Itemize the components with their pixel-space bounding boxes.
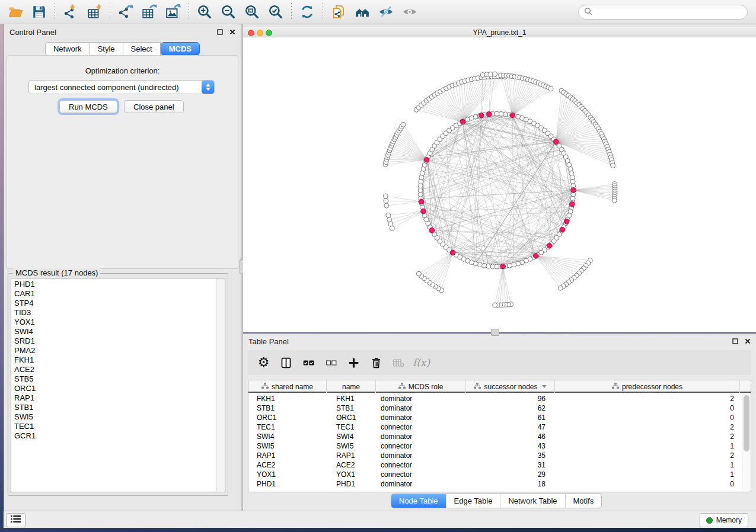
network-view[interactable] bbox=[243, 37, 756, 332]
add-icon[interactable] bbox=[345, 354, 362, 371]
table-cell: 2 bbox=[555, 394, 740, 403]
mcds-result-item[interactable]: PMA2 bbox=[11, 346, 216, 355]
mcds-result-item[interactable]: PHD1 bbox=[11, 280, 216, 289]
table-row[interactable]: YOX1YOX1connector291 bbox=[248, 470, 742, 479]
import-table-icon[interactable] bbox=[82, 2, 106, 22]
tab-node-table[interactable]: Node Table bbox=[391, 494, 446, 508]
table-row[interactable]: FKH1FKH1dominator962 bbox=[248, 394, 742, 403]
search-input[interactable] bbox=[595, 8, 747, 17]
table-cell: YOX1 bbox=[248, 470, 327, 479]
table-cell: SWI4 bbox=[248, 432, 327, 441]
mcds-result-item[interactable]: TID3 bbox=[11, 308, 216, 318]
table-row[interactable]: PHD1PHD1dominator180 bbox=[248, 479, 742, 489]
import-network-icon[interactable] bbox=[59, 2, 82, 22]
scrollbar-thumb[interactable] bbox=[744, 395, 749, 451]
run-mcds-button[interactable]: Run MCDS bbox=[59, 100, 117, 113]
mcds-result-item[interactable]: STB5 bbox=[11, 374, 216, 384]
mcds-result-item[interactable]: RAP1 bbox=[11, 393, 216, 403]
export-network-icon[interactable] bbox=[114, 2, 138, 22]
table-row[interactable]: ORC1ORC1dominator610 bbox=[248, 413, 742, 422]
column-header-predecessor-nodes[interactable]: predecessor nodes bbox=[555, 380, 740, 393]
zoom-selected-icon[interactable] bbox=[264, 2, 288, 22]
zoom-out-icon[interactable] bbox=[216, 2, 240, 22]
mcds-result-box: MCDS result (17 nodes) PHD1CAR1STP4TID3Y… bbox=[8, 273, 228, 496]
sort-dropdown-icon[interactable] bbox=[542, 385, 547, 388]
column-header-shared-name[interactable]: shared name bbox=[248, 380, 327, 393]
tab-motifs[interactable]: Motifs bbox=[565, 494, 602, 508]
hide-selected-icon[interactable] bbox=[374, 2, 398, 22]
export-table-icon[interactable] bbox=[138, 2, 161, 22]
table-cell: ACE2 bbox=[327, 460, 376, 470]
mcds-result-item[interactable]: TEC1 bbox=[11, 422, 216, 431]
mcds-list-scrollbar[interactable] bbox=[216, 278, 225, 492]
float-table-panel-icon[interactable] bbox=[732, 338, 739, 345]
mcds-result-item[interactable]: ACE2 bbox=[11, 365, 216, 374]
console-list-button[interactable] bbox=[6, 513, 25, 527]
zoom-fit-icon[interactable] bbox=[240, 2, 264, 22]
mcds-result-item[interactable]: STB1 bbox=[11, 403, 216, 412]
tab-mcds[interactable]: MCDS bbox=[161, 42, 200, 56]
delete-icon[interactable] bbox=[368, 354, 385, 371]
gear-icon[interactable]: ⚙ bbox=[255, 354, 272, 371]
tab-style[interactable]: Style bbox=[90, 42, 123, 56]
table-cell: RAP1 bbox=[327, 451, 376, 460]
table-cell: RAP1 bbox=[248, 451, 327, 460]
network-window-titlebar[interactable]: YPA_prune.txt_1 bbox=[243, 27, 756, 37]
tab-network[interactable]: Network bbox=[45, 42, 90, 56]
table-cell: dominator bbox=[376, 479, 466, 489]
close-panel-button[interactable]: Close panel bbox=[124, 100, 184, 113]
mcds-result-item[interactable]: STP4 bbox=[11, 299, 216, 308]
table-panel: Table Panel ⚙f(x) shared namenameMCDS ro… bbox=[243, 334, 756, 511]
deselect-all-icon[interactable] bbox=[323, 354, 340, 371]
table-row[interactable]: RAP1RAP1dominator352 bbox=[248, 451, 742, 460]
tab-select[interactable]: Select bbox=[123, 42, 161, 56]
search-box[interactable] bbox=[578, 5, 748, 20]
mcds-result-item[interactable]: CAR1 bbox=[11, 289, 216, 299]
open-icon[interactable] bbox=[4, 2, 27, 22]
table-row[interactable]: SWI5SWI5connector431 bbox=[248, 441, 742, 451]
horizontal-splitter-handle[interactable] bbox=[491, 329, 499, 336]
select-all-icon[interactable] bbox=[300, 354, 317, 371]
mcds-result-item[interactable]: SWI5 bbox=[11, 412, 216, 422]
toolbar-separator bbox=[291, 3, 292, 21]
float-panel-icon[interactable] bbox=[216, 28, 224, 36]
mcds-result-item[interactable]: SWI4 bbox=[11, 327, 216, 336]
save-icon[interactable] bbox=[27, 2, 51, 22]
mcds-tab-content: Optimization criterion: largest connecte… bbox=[7, 55, 238, 269]
table-cell: PHD1 bbox=[327, 479, 376, 489]
close-table-panel-icon[interactable] bbox=[744, 338, 751, 345]
table-row[interactable]: STB1STB1dominator620 bbox=[248, 403, 742, 413]
first-neighbors-icon[interactable] bbox=[350, 2, 374, 22]
column-header-mcds-role[interactable]: MCDS role bbox=[376, 380, 466, 393]
tab-network-table[interactable]: Network Table bbox=[500, 494, 564, 508]
memory-button[interactable]: Memory bbox=[700, 513, 748, 527]
column-header-successor-nodes[interactable]: successor nodes bbox=[466, 380, 555, 393]
table-cell: connector bbox=[376, 460, 466, 470]
export-image-icon[interactable] bbox=[161, 2, 185, 22]
refresh-icon[interactable] bbox=[295, 2, 319, 22]
tab-edge-table[interactable]: Edge Table bbox=[446, 494, 500, 508]
table-scrollbar[interactable] bbox=[742, 394, 751, 492]
close-panel-icon[interactable] bbox=[229, 28, 236, 36]
table-cell: 1 bbox=[555, 441, 740, 451]
clone-network-icon[interactable] bbox=[327, 2, 350, 22]
toolbar-separator bbox=[55, 3, 55, 21]
control-panel-tabs: NetworkStyleSelectMCDS bbox=[4, 42, 241, 56]
zoom-in-icon[interactable] bbox=[193, 2, 216, 22]
column-header-name[interactable]: name bbox=[327, 380, 376, 393]
table-row[interactable]: ACE2ACE2connector311 bbox=[248, 460, 742, 470]
optimization-criterion-dropdown[interactable]: largest connected component (undirected) bbox=[28, 80, 215, 94]
table-cell: 61 bbox=[466, 413, 555, 422]
mcds-result-item[interactable]: YOX1 bbox=[11, 318, 216, 327]
mcds-result-item[interactable]: GCR1 bbox=[11, 431, 216, 441]
mcds-result-item[interactable]: ORC1 bbox=[11, 384, 216, 393]
show-all-icon[interactable] bbox=[398, 2, 422, 22]
table-cell: 2 bbox=[555, 432, 740, 441]
table-row[interactable]: TEC1TEC1connector472 bbox=[248, 422, 742, 432]
dropdown-stepper-icon[interactable] bbox=[202, 81, 214, 94]
mcds-result-item[interactable]: SRD1 bbox=[11, 336, 216, 346]
columns-icon[interactable] bbox=[277, 354, 295, 371]
mcds-result-list[interactable]: PHD1CAR1STP4TID3YOX1SWI4SRD1PMA2FKH1ACE2… bbox=[11, 278, 225, 492]
table-row[interactable]: SWI4SWI4dominator462 bbox=[248, 432, 742, 441]
mcds-result-item[interactable]: FKH1 bbox=[11, 355, 216, 365]
